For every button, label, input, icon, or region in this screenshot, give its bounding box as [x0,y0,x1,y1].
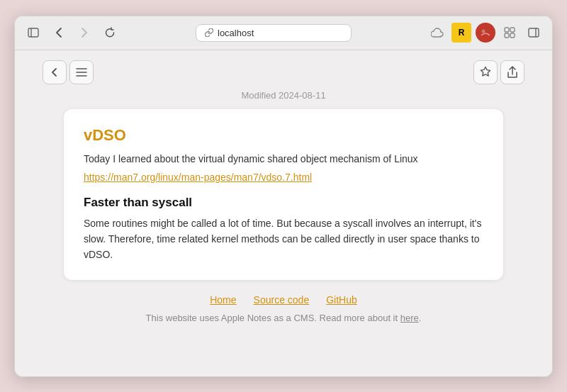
footer-note-link[interactable]: here [400,313,419,323]
card-title: vDSO [84,126,483,145]
link-icon [205,28,213,37]
browser-chrome: localhost R [15,16,552,50]
back-btn[interactable] [49,23,69,43]
address-bar[interactable]: localhost [196,24,352,42]
toolbar-right: R [427,23,544,43]
sidebar-toggle-btn[interactable] [23,23,43,43]
address-bar-wrap: localhost [125,24,422,42]
share-btn[interactable] [500,60,524,84]
svg-rect-0 [28,28,38,37]
footer-links: Home Source code GitHub [64,294,503,306]
footer-home-link[interactable]: Home [210,294,236,306]
content-toolbar [43,50,524,90]
content-toolbar-right [473,60,524,84]
browser-content: Modified 2024-08-11 vDSO Today I learned… [15,50,552,376]
browser-window: localhost R [14,16,553,377]
address-text: localhost [218,28,254,38]
card-body: Some routines might be called a lot of t… [84,215,483,263]
footer-source-link[interactable]: Source code [254,294,310,306]
r-badge-btn[interactable]: R [451,23,471,43]
content-toolbar-left [43,60,94,84]
reload-btn[interactable] [100,23,120,43]
svg-point-3 [482,30,485,33]
footer: Home Source code GitHub This website use… [64,294,503,335]
cloud-btn[interactable] [427,23,447,43]
split-view-btn[interactable] [524,23,544,43]
footer-note-end: . [419,313,422,323]
content-list-btn[interactable] [69,60,94,84]
footer-note-text: This website uses Apple Notes as a CMS. … [146,313,398,323]
svg-rect-4 [505,28,509,32]
modified-label: Modified 2024-08-11 [15,90,552,101]
content-back-btn[interactable] [43,60,67,84]
card-subtitle: Faster than syscall [84,196,483,210]
svg-point-2 [480,27,491,38]
footer-note: This website uses Apple Notes as a CMS. … [64,313,503,323]
card-link[interactable]: https://man7.org/linux/man-pages/man7/vd… [84,172,312,183]
svg-rect-5 [510,28,515,32]
article-card: vDSO Today I learned about the virtual d… [64,109,503,280]
grid-btn[interactable] [500,23,520,43]
card-intro: Today I learned about the virtual dynami… [84,152,483,167]
footer-github-link[interactable]: GitHub [326,294,357,306]
favorite-btn[interactable] [473,60,498,84]
svg-rect-7 [510,33,515,38]
forward-btn[interactable] [74,23,94,43]
red-circle-btn[interactable] [476,23,495,43]
svg-rect-6 [505,33,509,38]
svg-rect-8 [529,28,539,37]
